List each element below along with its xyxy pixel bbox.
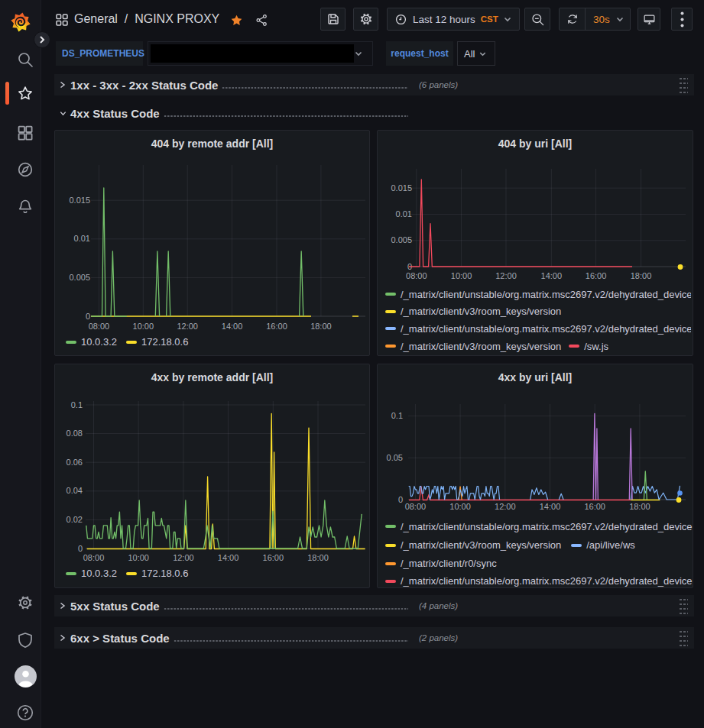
svg-text:12:00: 12:00: [177, 322, 198, 331]
svg-text:08:00: 08:00: [405, 502, 427, 511]
svg-text:14:00: 14:00: [541, 271, 563, 280]
svg-text:08:00: 08:00: [83, 553, 105, 562]
svg-text:0.1: 0.1: [71, 400, 83, 409]
svg-text:0.04: 0.04: [67, 486, 83, 495]
svg-text:16:00: 16:00: [584, 502, 605, 511]
svg-text:0: 0: [78, 544, 83, 553]
svg-text:0: 0: [398, 495, 403, 504]
svg-text:10:00: 10:00: [451, 271, 472, 280]
svg-text:12:00: 12:00: [495, 271, 517, 280]
svg-text:0.005: 0.005: [69, 273, 90, 282]
svg-text:0.08: 0.08: [67, 429, 83, 438]
svg-text:18:00: 18:00: [307, 553, 329, 562]
svg-text:0.01: 0.01: [396, 209, 412, 218]
svg-text:10:00: 10:00: [128, 553, 149, 562]
svg-text:08:00: 08:00: [89, 322, 110, 331]
svg-text:0.005: 0.005: [391, 235, 412, 244]
svg-text:14:00: 14:00: [540, 502, 561, 511]
svg-text:16:00: 16:00: [586, 271, 607, 280]
svg-text:10:00: 10:00: [449, 502, 471, 511]
svg-text:16:00: 16:00: [266, 322, 287, 331]
svg-text:10:00: 10:00: [133, 322, 154, 331]
svg-text:12:00: 12:00: [173, 553, 194, 562]
svg-text:0.05: 0.05: [387, 453, 403, 462]
svg-text:18:00: 18:00: [310, 322, 332, 331]
svg-text:0.02: 0.02: [67, 515, 83, 524]
svg-text:08:00: 08:00: [406, 271, 427, 280]
svg-text:18:00: 18:00: [629, 502, 650, 511]
svg-text:18:00: 18:00: [631, 271, 652, 280]
svg-text:0.06: 0.06: [67, 458, 83, 467]
svg-text:12:00: 12:00: [495, 502, 516, 511]
svg-text:0: 0: [86, 312, 90, 321]
svg-text:14:00: 14:00: [218, 553, 239, 562]
svg-text:0.01: 0.01: [74, 234, 90, 243]
svg-text:0.1: 0.1: [391, 411, 403, 420]
svg-text:16:00: 16:00: [263, 553, 284, 562]
svg-text:0.015: 0.015: [391, 183, 412, 193]
svg-text:0.015: 0.015: [69, 196, 90, 205]
svg-text:14:00: 14:00: [222, 322, 243, 331]
